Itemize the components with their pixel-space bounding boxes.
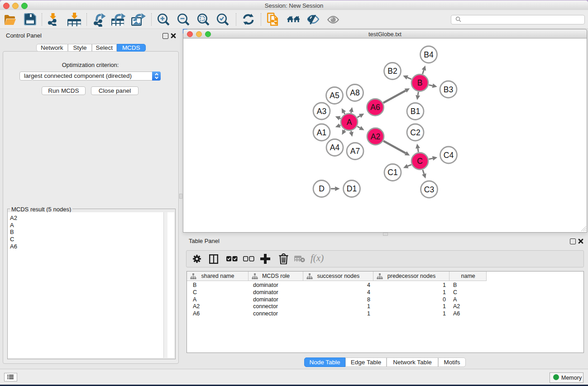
svg-text:D1: D1 xyxy=(347,184,357,193)
svg-text:A: A xyxy=(347,118,352,127)
svg-text:A8: A8 xyxy=(350,88,359,97)
svg-text:C: C xyxy=(417,157,423,166)
svg-text:A4: A4 xyxy=(330,143,340,152)
svg-text:A2: A2 xyxy=(371,132,380,141)
svg-text:A5: A5 xyxy=(330,91,339,100)
svg-text:B3: B3 xyxy=(444,85,453,94)
svg-text:A3: A3 xyxy=(317,107,326,116)
svg-text:B1: B1 xyxy=(411,107,420,116)
svg-text:C3: C3 xyxy=(424,185,434,194)
svg-text:B4: B4 xyxy=(424,50,434,59)
svg-text:A6: A6 xyxy=(370,103,380,112)
svg-text:D: D xyxy=(319,184,325,193)
svg-text:C2: C2 xyxy=(410,128,420,137)
svg-text:A7: A7 xyxy=(350,147,360,156)
svg-text:A1: A1 xyxy=(317,128,326,137)
svg-text:B2: B2 xyxy=(387,67,397,76)
svg-text:C4: C4 xyxy=(444,151,454,160)
svg-text:B: B xyxy=(417,78,423,87)
svg-text:C1: C1 xyxy=(387,168,397,177)
